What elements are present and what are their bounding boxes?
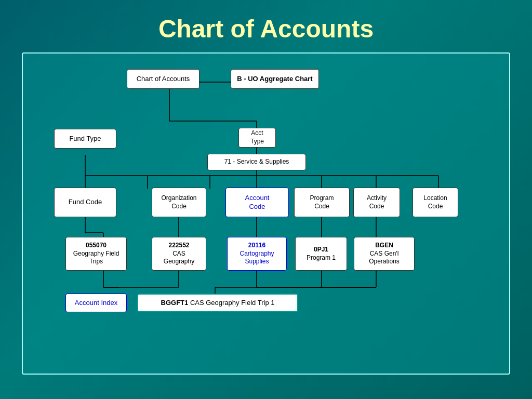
bggft1-node: BGGFT1 CAS Geography Field Trip 1 — [137, 294, 298, 312]
activity-code-node: ActivityCode — [353, 188, 400, 217]
service-supplies-node: 71 - Service & Supplies — [207, 154, 306, 170]
location-code-node: LocationCode — [413, 188, 458, 217]
main-container: Chart of Accounts B - UO Aggregate Chart… — [22, 52, 510, 375]
program1-node: 0PJ1Program 1 — [295, 237, 347, 271]
cas-geography-node: 222552CASGeography — [152, 237, 206, 271]
fund-code-node: Fund Code — [54, 188, 116, 217]
fund-type-node: Fund Type — [54, 129, 116, 149]
page-title: Chart of Accounts — [158, 15, 374, 43]
acct-type-node: AcctType — [238, 128, 276, 148]
geography-trips-node: 055070Geography FieldTrips — [65, 237, 127, 271]
bgen-node: BGENCAS Gen'lOperations — [354, 237, 415, 271]
chart-of-accounts-node: Chart of Accounts — [127, 69, 200, 89]
account-index-node: Account Index — [65, 294, 127, 312]
org-code-node: OrganizationCode — [152, 188, 206, 217]
cartography-node: 20116CartographySupplies — [227, 237, 287, 271]
program-code-node: ProgramCode — [294, 188, 350, 217]
account-code-node: AccountCode — [225, 188, 289, 217]
uo-aggregate-node: B - UO Aggregate Chart — [231, 69, 319, 89]
